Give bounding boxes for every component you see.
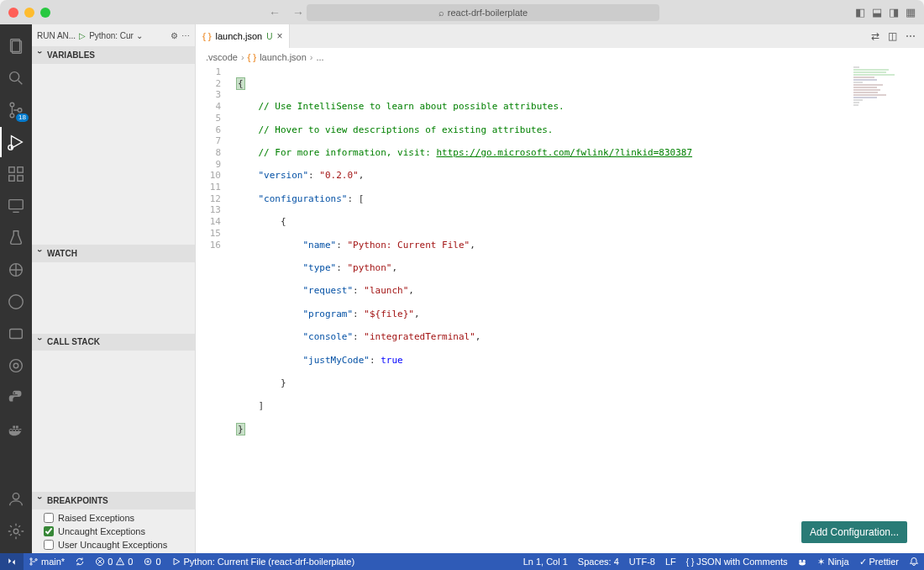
- breakpoint-item[interactable]: Uncaught Exceptions: [32, 525, 195, 538]
- svg-rect-17: [10, 330, 23, 339]
- svg-rect-9: [9, 167, 14, 172]
- breakpoint-label: User Uncaught Exceptions: [58, 540, 167, 550]
- tab-filename: launch.json: [216, 31, 263, 41]
- activity-extensions[interactable]: [0, 159, 32, 189]
- activity-remote-explorer[interactable]: [0, 191, 32, 221]
- section-watch-body: [32, 262, 195, 334]
- breadcrumb-file[interactable]: launch.json: [260, 52, 307, 62]
- more-actions-icon[interactable]: ⋯: [181, 31, 190, 40]
- section-callstack-body: [32, 351, 195, 492]
- command-center[interactable]: ⌕ react-drf-boilerplate: [307, 4, 659, 21]
- activity-item-7[interactable]: [0, 255, 32, 285]
- nav-arrows: ← →: [269, 6, 304, 19]
- svg-point-6: [18, 108, 22, 113]
- svg-marker-31: [174, 558, 180, 565]
- status-debug-target[interactable]: Python: Current File (react-drf-boilerpl…: [166, 553, 360, 570]
- line-number-gutter: 12345678910111213141516: [196, 66, 236, 553]
- status-encoding[interactable]: UTF-8: [624, 553, 660, 570]
- compare-changes-icon[interactable]: ⇄: [871, 30, 879, 42]
- activity-item-9[interactable]: [0, 319, 32, 349]
- add-configuration-button[interactable]: Add Configuration...: [801, 521, 907, 543]
- activity-explorer[interactable]: [0, 31, 32, 61]
- status-ninja[interactable]: ✶ Ninja: [812, 553, 853, 570]
- svg-point-18: [10, 360, 23, 372]
- activity-settings[interactable]: [0, 516, 32, 546]
- debug-config-select[interactable]: Python: Cur ⌄: [89, 31, 167, 40]
- search-text: react-drf-boilerplate: [448, 8, 528, 18]
- close-window-button[interactable]: [8, 8, 18, 18]
- breakpoint-label: Raised Exceptions: [58, 513, 134, 523]
- chevron-down-icon: ›: [35, 497, 45, 505]
- nav-back-icon[interactable]: ←: [269, 6, 281, 19]
- breadcrumb[interactable]: .vscode › { } launch.json › ...: [196, 48, 924, 66]
- section-breakpoints-body: Raised Exceptions Uncaught Exceptions Us…: [32, 509, 195, 553]
- section-breakpoints-header[interactable]: › BREAKPOINTS: [32, 492, 195, 509]
- activity-docker[interactable]: [0, 414, 32, 445]
- breadcrumb-separator: ›: [241, 52, 244, 62]
- activity-python[interactable]: [0, 383, 32, 413]
- activity-bar: 18: [0, 24, 32, 553]
- breakpoint-checkbox[interactable]: [44, 513, 54, 523]
- editor-body[interactable]: 12345678910111213141516 { // Use Intelli…: [196, 66, 924, 553]
- status-remote[interactable]: [0, 553, 24, 570]
- status-bar: main* 0 0 0 Python: Current File (react-…: [0, 553, 924, 570]
- config-gear-icon[interactable]: ⚙: [171, 31, 178, 40]
- split-editor-icon[interactable]: ◫: [888, 30, 897, 42]
- breadcrumb-separator: ›: [310, 52, 313, 62]
- breakpoint-item[interactable]: User Uncaught Exceptions: [32, 538, 195, 552]
- status-indentation[interactable]: Spaces: 4: [573, 553, 624, 570]
- status-prettier[interactable]: ✓ Prettier: [854, 553, 904, 570]
- status-language-mode[interactable]: { } JSON with Comments: [681, 553, 793, 570]
- section-watch-label: WATCH: [47, 249, 77, 258]
- layout-panel-icon[interactable]: ⬓: [872, 6, 882, 18]
- breakpoint-item[interactable]: Raised Exceptions: [32, 511, 195, 525]
- layout-sidebar-left-icon[interactable]: ◧: [855, 6, 865, 18]
- activity-testing[interactable]: [0, 223, 32, 253]
- activity-item-8[interactable]: [0, 287, 32, 317]
- code-content[interactable]: { // Use IntelliSense to learn about pos…: [236, 66, 924, 553]
- status-notifications[interactable]: [904, 553, 924, 570]
- activity-search[interactable]: [0, 63, 32, 93]
- svg-point-30: [147, 561, 149, 562]
- svg-point-32: [800, 560, 802, 562]
- breadcrumb-trail[interactable]: ...: [316, 52, 323, 62]
- svg-point-5: [10, 113, 14, 118]
- activity-source-control[interactable]: 18: [0, 95, 32, 125]
- svg-point-22: [30, 558, 32, 560]
- status-branch[interactable]: main*: [24, 553, 70, 570]
- activity-run-debug[interactable]: [0, 127, 32, 157]
- breadcrumb-folder[interactable]: .vscode: [206, 52, 238, 62]
- svg-point-33: [803, 560, 806, 562]
- status-cursor-position[interactable]: Ln 1, Col 1: [518, 553, 573, 570]
- start-debugging-icon[interactable]: ▷: [79, 31, 86, 40]
- svg-point-29: [145, 558, 152, 565]
- section-callstack-header[interactable]: › CALL STACK: [32, 334, 195, 351]
- section-variables-header[interactable]: › VARIABLES: [32, 46, 195, 64]
- run-and-debug-label: RUN AN...: [37, 31, 76, 40]
- activity-item-10[interactable]: [0, 351, 32, 381]
- titlebar-right-actions: ◧ ⬓ ◨ ▦: [855, 6, 916, 18]
- minimize-window-button[interactable]: [24, 8, 34, 18]
- section-variables-label: VARIABLES: [47, 50, 95, 60]
- status-sync[interactable]: [70, 553, 90, 570]
- status-problems[interactable]: 0 0: [90, 553, 138, 570]
- chevron-down-icon: ›: [35, 338, 45, 346]
- debug-header: RUN AN... ▷ Python: Cur ⌄ ⚙ ⋯: [32, 24, 195, 46]
- nav-forward-icon[interactable]: →: [292, 6, 304, 19]
- maximize-window-button[interactable]: [40, 8, 50, 18]
- editor-more-icon[interactable]: ⋯: [906, 30, 916, 42]
- activity-accounts[interactable]: [0, 484, 32, 515]
- breakpoint-checkbox[interactable]: [44, 526, 54, 536]
- layout-sidebar-right-icon[interactable]: ◨: [889, 6, 899, 18]
- status-ports[interactable]: 0: [138, 553, 165, 570]
- chevron-down-icon: ›: [35, 51, 45, 60]
- status-copilot[interactable]: [792, 553, 812, 570]
- breakpoint-checkbox[interactable]: [44, 540, 54, 550]
- svg-point-16: [9, 295, 24, 309]
- status-eol[interactable]: LF: [660, 553, 681, 570]
- tab-launch-json[interactable]: { } launch.json U ×: [196, 24, 290, 48]
- tab-close-icon[interactable]: ×: [276, 30, 282, 42]
- layout-customize-icon[interactable]: ▦: [906, 6, 916, 18]
- section-variables-body: [32, 64, 195, 245]
- section-watch-header[interactable]: › WATCH: [32, 245, 195, 262]
